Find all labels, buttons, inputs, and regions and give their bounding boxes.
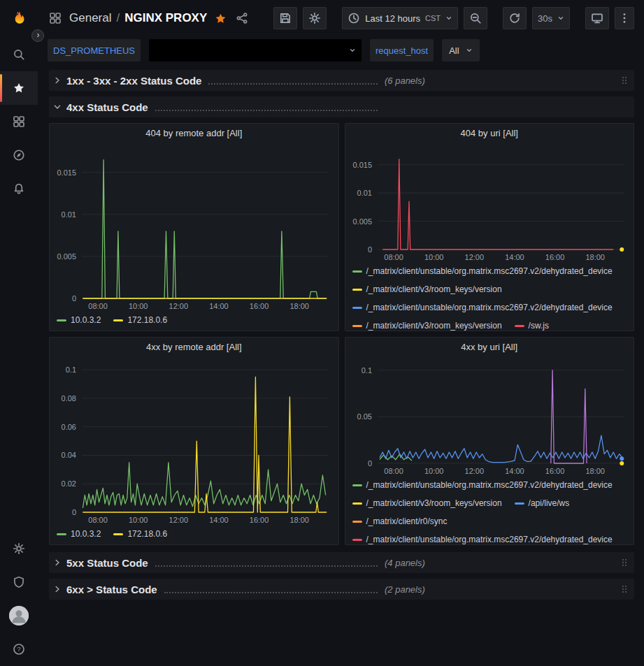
- legend-swatch: [515, 502, 524, 505]
- variable-label-datasource[interactable]: DS_PROMETHEUS: [48, 39, 141, 61]
- row-leader-dots: [155, 110, 378, 111]
- variables-bar: DS_PROMETHEUS request_host All: [38, 36, 644, 68]
- legend-label: 10.0.3.2: [71, 528, 101, 540]
- sidebar-item-starred[interactable]: [0, 71, 38, 105]
- legend-item[interactable]: 172.18.0.6: [113, 528, 167, 540]
- sidebar-item-alerting[interactable]: [0, 172, 38, 205]
- more-options-button[interactable]: [615, 7, 634, 29]
- row-title: 5xx Status Code: [66, 557, 148, 569]
- share-button[interactable]: [234, 10, 250, 26]
- timezone-label: CST: [425, 14, 441, 22]
- legend-label: /_matrix/client/unstable/org.matrix.msc2…: [366, 533, 613, 544]
- clock-icon: [348, 12, 360, 24]
- time-series-chart[interactable]: 00.0050.010.01508:0010:0012:0014:0016:00…: [345, 142, 634, 263]
- legend-label: /_matrix/client/unstable/org.matrix.msc2…: [366, 479, 613, 491]
- help-icon: ?: [13, 643, 25, 656]
- time-series-chart[interactable]: 00.0050.010.01508:0010:0012:0014:0016:00…: [50, 142, 338, 312]
- legend-item[interactable]: 10.0.3.2: [57, 528, 101, 540]
- row-header-6xx[interactable]: 6xx > Status Code (2 panels): [49, 579, 634, 600]
- panel-title[interactable]: 4xx by uri [All]: [345, 338, 634, 356]
- x-tick-label: 08:00: [88, 302, 108, 310]
- legend-swatch: [57, 319, 66, 321]
- refresh-button[interactable]: [503, 7, 527, 29]
- sidebar-item-configuration[interactable]: [0, 532, 38, 565]
- legend-item[interactable]: /_matrix/client/v3/room_keys/version: [352, 283, 502, 296]
- sidebar-expand-button[interactable]: ›: [31, 29, 44, 42]
- x-tick-label: 10:00: [129, 302, 148, 310]
- legend-item[interactable]: /_matrix/client/unstable/org.matrix.msc2…: [352, 533, 613, 544]
- x-tick-label: 10:00: [129, 516, 148, 524]
- caret-down-icon: [557, 15, 564, 22]
- dashboard-body: 1xx - 3xx - 2xx Status Code (6 panels) 4…: [38, 68, 644, 666]
- series-line: [83, 463, 325, 508]
- sidebar-item-explore[interactable]: [0, 138, 38, 172]
- sidebar-item-profile[interactable]: [0, 599, 38, 632]
- legend-item[interactable]: /_matrix/client/unstable/org.matrix.msc2…: [352, 479, 613, 491]
- legend-item[interactable]: /_matrix/client/unstable/org.matrix.msc2…: [352, 301, 613, 314]
- panel-404-by-remote-addr: 404 by remote addr [All]00.0050.010.0150…: [49, 123, 339, 331]
- breadcrumb-section[interactable]: General: [69, 11, 111, 25]
- page-title: NGINX PROXY: [124, 11, 207, 25]
- legend-item[interactable]: 10.0.3.2: [57, 314, 101, 326]
- legend-swatch: [352, 325, 362, 327]
- time-series-chart[interactable]: 00.050.108:0010:0012:0014:0016:0018:00: [345, 356, 634, 477]
- y-tick-label: 0.01: [357, 189, 371, 197]
- sidebar-item-server-admin[interactable]: [0, 565, 38, 599]
- row-panel-count: (2 panels): [385, 584, 425, 595]
- save-dashboard-button[interactable]: [273, 7, 297, 29]
- x-tick-label: 08:00: [384, 467, 403, 475]
- favorite-star-button[interactable]: [213, 11, 228, 26]
- series-point: [620, 456, 624, 461]
- row-drag-handle[interactable]: [622, 585, 627, 593]
- refresh-interval-picker[interactable]: 30s: [532, 7, 570, 29]
- legend-label: /_matrix/client/unstable/org.matrix.msc2…: [366, 265, 613, 277]
- panel-title[interactable]: 404 by uri [All]: [345, 124, 634, 142]
- sidebar-item-search[interactable]: [0, 38, 38, 71]
- row-drag-handle[interactable]: [622, 558, 627, 567]
- panel-404-by-uri: 404 by uri [All]00.0050.010.01508:0010:0…: [345, 123, 635, 331]
- legend-item[interactable]: /_matrix/client/v3/room_keys/version: [352, 319, 502, 331]
- sidebar-item-help[interactable]: ?: [0, 632, 38, 666]
- time-range-picker[interactable]: Last 12 hours CST: [342, 7, 458, 29]
- x-tick-label: 14:00: [505, 253, 524, 261]
- legend-item[interactable]: /_matrix/client/r0/sync: [352, 515, 448, 528]
- x-tick-label: 16:00: [250, 302, 269, 310]
- sidebar-item-dashboards[interactable]: [0, 105, 38, 138]
- x-tick-label: 14:00: [209, 302, 229, 310]
- row-drag-handle[interactable]: [622, 76, 627, 85]
- legend-label: /_matrix/client/v3/room_keys/version: [366, 497, 502, 509]
- row-left: 1xx - 3xx - 2xx Status Code: [53, 75, 385, 87]
- time-series-chart[interactable]: 00.020.040.060.080.108:0010:0012:0014:00…: [50, 356, 338, 526]
- panel-title[interactable]: 4xx by remote addr [All]: [50, 338, 338, 356]
- legend-item[interactable]: /api/live/ws: [515, 497, 570, 509]
- row-header-1xx-3xx-2xx[interactable]: 1xx - 3xx - 2xx Status Code (6 panels): [49, 70, 634, 91]
- tv-mode-button[interactable]: [585, 7, 609, 29]
- legend-label: /api/live/ws: [529, 497, 570, 509]
- y-tick-label: 0: [72, 294, 76, 303]
- x-tick-label: 12:00: [464, 467, 484, 475]
- panel-title[interactable]: 404 by remote addr [All]: [50, 124, 338, 142]
- row-header-4xx[interactable]: 4xx Status Code: [49, 96, 634, 117]
- zoom-out-icon: [469, 12, 482, 24]
- row-header-5xx[interactable]: 5xx Status Code (4 panels): [49, 552, 634, 573]
- request-host-picker[interactable]: All: [442, 39, 479, 61]
- zoom-out-time-button[interactable]: [464, 7, 487, 29]
- x-tick-label: 16:00: [545, 253, 564, 261]
- star-filled-icon: [215, 13, 227, 24]
- legend-item[interactable]: 172.18.0.6: [113, 314, 167, 326]
- legend-item[interactable]: /_matrix/client/v3/room_keys/version: [352, 497, 502, 509]
- legend-item[interactable]: /_matrix/client/unstable/org.matrix.msc2…: [352, 265, 613, 277]
- variable-label-request-host[interactable]: request_host: [370, 39, 434, 61]
- row-left: 4xx Status Code: [53, 101, 385, 113]
- x-tick-label: 08:00: [384, 253, 403, 261]
- y-tick-label: 0.05: [357, 412, 371, 421]
- row-leader-dots: [208, 83, 378, 85]
- dashboard-settings-button[interactable]: [303, 7, 327, 29]
- caret-down-icon: [466, 47, 473, 54]
- panel-grid: 404 by remote addr [All]00.0050.010.0150…: [49, 123, 634, 545]
- datasource-picker[interactable]: [149, 39, 362, 61]
- x-tick-label: 18:00: [289, 516, 309, 524]
- y-tick-label: 0.02: [62, 479, 76, 488]
- grafana-flame-icon: [10, 10, 29, 29]
- legend-item[interactable]: /sw.js: [515, 319, 549, 331]
